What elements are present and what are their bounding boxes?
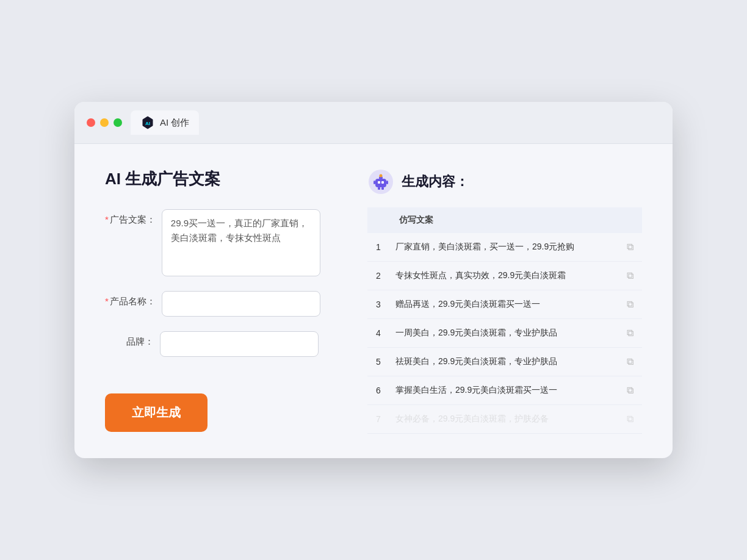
table-header-row: 仿写文案 — [367, 207, 642, 233]
tab-label: AI 创作 — [160, 117, 189, 129]
result-tbody: 1厂家直销，美白淡斑霜，买一送一，29.9元抢购⧉2专抹女性斑点，真实功效，29… — [367, 233, 642, 434]
svg-rect-11 — [381, 187, 384, 190]
close-button[interactable] — [87, 118, 95, 127]
row-copy-text: 祛斑美白，29.9元美白淡斑霜，专业护肤品 — [389, 348, 618, 376]
table-row: 5祛斑美白，29.9元美白淡斑霜，专业护肤品⧉ — [367, 348, 642, 376]
product-name-label: *产品名称： — [105, 291, 156, 307]
copy-button[interactable]: ⧉ — [618, 405, 642, 434]
svg-rect-10 — [378, 187, 380, 190]
svg-text:AI: AI — [145, 121, 150, 126]
traffic-lights — [87, 118, 122, 127]
ai-tab[interactable]: AI AI 创作 — [131, 110, 199, 135]
generate-button[interactable]: 立即生成 — [105, 393, 208, 432]
brand-group: 品牌： 好白 — [105, 331, 337, 357]
copy-button[interactable]: ⧉ — [618, 262, 642, 290]
robot-icon — [367, 168, 394, 195]
row-copy-text: 女神必备，29.9元美白淡斑霜，护肤必备 — [389, 405, 618, 434]
copy-button[interactable]: ⧉ — [618, 319, 642, 348]
brand-label: 品牌： — [105, 331, 154, 348]
result-header: 生成内容： — [367, 168, 642, 195]
col-action — [618, 207, 642, 233]
row-number: 7 — [367, 405, 389, 434]
copy-icon[interactable]: ⧉ — [624, 296, 636, 312]
col-copy: 仿写文案 — [389, 207, 618, 233]
svg-point-12 — [380, 174, 383, 178]
table-row: 3赠品再送，29.9元美白淡斑霜买一送一⧉ — [367, 290, 642, 319]
ad-copy-group: *广告文案： 29.9买一送一，真正的厂家直销，美白淡斑霜，专抹女性斑点 — [105, 209, 337, 276]
copy-icon[interactable]: ⧉ — [624, 354, 636, 369]
page-title: AI 生成广告文案 — [105, 168, 337, 190]
product-name-input[interactable]: 美白淡斑霜 — [162, 291, 320, 317]
row-copy-text: 掌握美白生活，29.9元美白淡斑霜买一送一 — [389, 376, 618, 405]
row-copy-text: 一周美白，29.9元美白淡斑霜，专业护肤品 — [389, 319, 618, 348]
ad-copy-textarea[interactable]: 29.9买一送一，真正的厂家直销，美白淡斑霜，专抹女性斑点 — [162, 209, 320, 276]
brand-input[interactable]: 好白 — [160, 331, 319, 357]
copy-button[interactable]: ⧉ — [618, 290, 642, 319]
row-number: 5 — [367, 348, 389, 376]
row-number: 3 — [367, 290, 389, 319]
result-title: 生成内容： — [402, 173, 469, 191]
copy-button[interactable]: ⧉ — [618, 348, 642, 376]
copy-button[interactable]: ⧉ — [618, 233, 642, 262]
table-row: 4一周美白，29.9元美白淡斑霜，专业护肤品⧉ — [367, 319, 642, 348]
result-table: 仿写文案 1厂家直销，美白淡斑霜，买一送一，29.9元抢购⧉2专抹女性斑点，真实… — [367, 207, 642, 434]
copy-icon[interactable]: ⧉ — [624, 382, 636, 398]
row-number: 6 — [367, 376, 389, 405]
row-number: 2 — [367, 262, 389, 290]
table-row: 1厂家直销，美白淡斑霜，买一送一，29.9元抢购⧉ — [367, 233, 642, 262]
col-num — [367, 207, 389, 233]
ai-tab-icon: AI — [140, 115, 155, 130]
table-row: 6掌握美白生活，29.9元美白淡斑霜买一送一⧉ — [367, 376, 642, 405]
maximize-button[interactable] — [114, 118, 122, 127]
row-number: 1 — [367, 233, 389, 262]
copy-icon[interactable]: ⧉ — [624, 411, 636, 426]
row-number: 4 — [367, 319, 389, 348]
product-name-required: * — [105, 296, 109, 306]
row-copy-text: 厂家直销，美白淡斑霜，买一送一，29.9元抢购 — [389, 233, 618, 262]
copy-icon[interactable]: ⧉ — [624, 325, 636, 340]
table-row: 7女神必备，29.9元美白淡斑霜，护肤必备⧉ — [367, 405, 642, 434]
product-name-group: *产品名称： 美白淡斑霜 — [105, 291, 337, 317]
copy-icon[interactable]: ⧉ — [624, 239, 636, 254]
row-copy-text: 专抹女性斑点，真实功效，29.9元美白淡斑霜 — [389, 262, 618, 290]
table-row: 2专抹女性斑点，真实功效，29.9元美白淡斑霜⧉ — [367, 262, 642, 290]
svg-rect-9 — [386, 181, 388, 184]
browser-titlebar: AI AI 创作 — [74, 102, 673, 144]
ad-copy-required: * — [105, 214, 109, 224]
left-panel: AI 生成广告文案 *广告文案： 29.9买一送一，真正的厂家直销，美白淡斑霜，… — [105, 168, 337, 434]
svg-rect-3 — [375, 179, 386, 187]
ad-copy-label: *广告文案： — [105, 209, 156, 226]
browser-content: AI 生成广告文案 *广告文案： 29.9买一送一，真正的厂家直销，美白淡斑霜，… — [74, 144, 673, 458]
copy-button[interactable]: ⧉ — [618, 376, 642, 405]
browser-window: AI AI 创作 AI 生成广告文案 *广告文案： 29.9买一送一，真正的厂家… — [74, 102, 673, 458]
svg-rect-8 — [374, 181, 375, 184]
row-copy-text: 赠品再送，29.9元美白淡斑霜买一送一 — [389, 290, 618, 319]
svg-rect-5 — [381, 181, 384, 184]
right-panel: 生成内容： 仿写文案 1厂家直销，美白淡斑霜，买一送一，29.9元抢购⧉2专抹女… — [367, 168, 642, 434]
copy-icon[interactable]: ⧉ — [624, 268, 636, 283]
svg-rect-4 — [378, 181, 380, 184]
minimize-button[interactable] — [100, 118, 109, 127]
